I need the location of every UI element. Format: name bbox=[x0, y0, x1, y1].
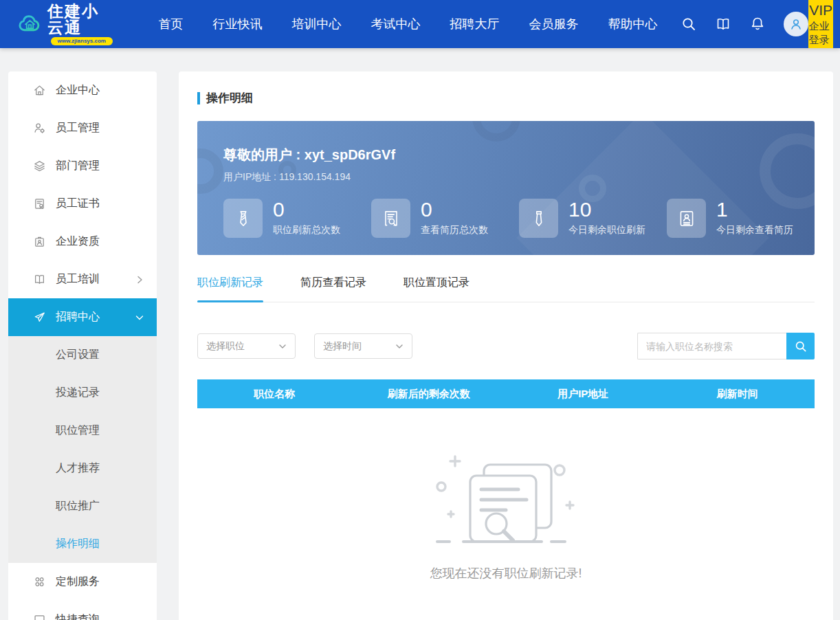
sidebar-item-label: 部门管理 bbox=[56, 159, 100, 173]
recruitment-submenu: 公司设置 投递记录 职位管理 人才推荐 职位推广 操作明细 bbox=[8, 336, 157, 563]
col-position-name: 职位名称 bbox=[197, 388, 352, 401]
stats-row: 0 职位刷新总次数 0 查看简历总次数 bbox=[223, 199, 815, 238]
filter-bar: 选择职位 选择时间 bbox=[197, 333, 815, 359]
nav-item-member-services[interactable]: 会员服务 bbox=[529, 16, 578, 32]
nav-item-training-center[interactable]: 培训中心 bbox=[291, 16, 341, 32]
tie-icon bbox=[529, 208, 549, 229]
submenu-item-operation-details[interactable]: 操作明细 bbox=[8, 525, 157, 563]
search-group bbox=[637, 333, 815, 359]
vip-enterprise-login-button[interactable]: VIP 企业登录 bbox=[808, 0, 833, 48]
nav-item-job-hall[interactable]: 招聘大厅 bbox=[450, 16, 499, 32]
time-select[interactable]: 选择时间 bbox=[314, 333, 412, 359]
submenu-item-talent-recommendation[interactable]: 人才推荐 bbox=[8, 450, 157, 487]
time-select-value: 选择时间 bbox=[323, 340, 362, 353]
page-title-text: 操作明细 bbox=[206, 90, 253, 106]
sidebar-item-employee-certificates[interactable]: 员工证书 bbox=[8, 185, 157, 223]
tab-position-refresh-records[interactable]: 职位刷新记录 bbox=[197, 276, 263, 302]
stat-label: 职位刷新总次数 bbox=[273, 224, 340, 236]
stat-label: 今日剩余查看简历 bbox=[716, 224, 793, 236]
stat-label: 查看简历总次数 bbox=[421, 224, 488, 236]
nav-item-help-center[interactable]: 帮助中心 bbox=[608, 16, 657, 32]
stat-iconbox bbox=[667, 199, 706, 238]
submenu-item-delivery-records[interactable]: 投递记录 bbox=[8, 374, 157, 412]
nav-item-exam-center[interactable]: 考试中心 bbox=[371, 16, 420, 32]
chevron-down-icon bbox=[395, 342, 404, 351]
stat-label: 今日剩余职位刷新 bbox=[568, 224, 645, 236]
sidebar: 企业中心 员工管理 部门管理 员工证书 企业资质 员工培训 bbox=[8, 71, 157, 620]
user-avatar[interactable] bbox=[784, 12, 808, 36]
stat-value: 1 bbox=[716, 199, 793, 221]
nav-item-home[interactable]: 首页 bbox=[158, 16, 183, 32]
empty-documents-illustration bbox=[430, 447, 582, 550]
sidebar-item-enterprise-center[interactable]: 企业中心 bbox=[8, 71, 157, 109]
tie-icon bbox=[233, 208, 254, 229]
stat-iconbox bbox=[223, 199, 263, 238]
navbar-icons bbox=[681, 12, 808, 36]
search-icon[interactable] bbox=[681, 16, 697, 32]
submenu-item-company-settings[interactable]: 公司设置 bbox=[8, 336, 157, 374]
send-icon bbox=[33, 311, 46, 324]
resume-search-icon bbox=[381, 208, 401, 229]
handbook-icon[interactable] bbox=[715, 16, 731, 32]
home-icon bbox=[33, 84, 46, 97]
person-icon bbox=[788, 16, 804, 32]
brand-logo[interactable]: 住建小云通 www.zjiansys.com bbox=[18, 3, 115, 45]
empty-state-text: 您现在还没有职位刷新记录! bbox=[430, 565, 582, 582]
title-accent-bar bbox=[197, 92, 200, 104]
sidebar-item-label: 招聘中心 bbox=[56, 310, 100, 324]
sidebar-item-label: 企业中心 bbox=[56, 83, 100, 98]
sidebar-item-label: 定制服务 bbox=[56, 575, 100, 589]
sidebar-item-employee-training[interactable]: 员工培训 bbox=[8, 261, 157, 298]
nav-item-industry-news[interactable]: 行业快讯 bbox=[212, 16, 262, 32]
submenu-item-label: 职位推广 bbox=[56, 499, 100, 513]
sidebar-item-custom-services[interactable]: 定制服务 bbox=[8, 563, 157, 601]
record-tabs: 职位刷新记录 简历查看记录 职位置顶记录 bbox=[197, 276, 815, 302]
bell-icon[interactable] bbox=[749, 16, 766, 32]
position-search-input[interactable] bbox=[637, 333, 786, 359]
submenu-item-label: 操作明细 bbox=[56, 537, 100, 551]
decorative-ring bbox=[472, 121, 520, 142]
tab-position-top-records[interactable]: 职位置顶记录 bbox=[404, 276, 469, 302]
book-icon bbox=[33, 273, 46, 286]
col-user-ip: 用户IP地址 bbox=[506, 388, 661, 401]
position-select-value: 选择职位 bbox=[206, 340, 245, 353]
sidebar-item-quick-query[interactable]: 快捷查询 bbox=[8, 601, 157, 620]
sidebar-item-employee-management[interactable]: 员工管理 bbox=[8, 109, 157, 147]
stat-value: 10 bbox=[568, 199, 645, 221]
layers-icon bbox=[33, 159, 46, 173]
search-icon bbox=[794, 340, 808, 353]
top-navbar: 住建小云通 www.zjiansys.com 首页 行业快讯 培训中心 考试中心… bbox=[0, 0, 840, 48]
stat-iconbox bbox=[371, 199, 410, 238]
col-refresh-time: 刷新时间 bbox=[661, 388, 815, 401]
main-nav: 首页 行业快讯 培训中心 考试中心 招聘大厅 会员服务 帮助中心 bbox=[158, 16, 657, 32]
cloud-house-logo-icon bbox=[18, 10, 42, 38]
stat-total-resume-views: 0 查看简历总次数 bbox=[371, 199, 519, 238]
submenu-item-label: 人才推荐 bbox=[56, 461, 100, 476]
chevron-down-icon bbox=[135, 313, 144, 322]
badge-icon bbox=[33, 235, 46, 248]
empty-state: 您现在还没有职位刷新记录! bbox=[197, 447, 815, 582]
tab-resume-view-records[interactable]: 简历查看记录 bbox=[300, 276, 366, 302]
submenu-item-label: 投递记录 bbox=[56, 386, 100, 400]
monitor-icon bbox=[33, 613, 46, 620]
sidebar-item-label: 员工管理 bbox=[56, 121, 100, 135]
sidebar-item-department-management[interactable]: 部门管理 bbox=[8, 147, 157, 185]
submenu-item-label: 公司设置 bbox=[56, 348, 100, 362]
sidebar-item-label: 企业资质 bbox=[56, 234, 100, 249]
user-greeting: 尊敬的用户 : xyt_spD6rGVf bbox=[223, 146, 815, 164]
sidebar-item-recruitment-center[interactable]: 招聘中心 bbox=[8, 298, 157, 336]
stat-remaining-resume-views: 1 今日剩余查看简历 bbox=[667, 199, 793, 238]
enterprise-login-label: 企业登录 bbox=[808, 19, 833, 47]
submenu-item-position-promotion[interactable]: 职位推广 bbox=[8, 487, 157, 525]
position-select[interactable]: 选择职位 bbox=[197, 333, 296, 359]
submenu-item-position-management[interactable]: 职位管理 bbox=[8, 412, 157, 450]
chevron-down-icon bbox=[278, 342, 287, 351]
sidebar-item-label: 员工证书 bbox=[56, 197, 100, 211]
sidebar-item-enterprise-qualifications[interactable]: 企业资质 bbox=[8, 223, 157, 261]
stat-value: 0 bbox=[273, 199, 340, 221]
vip-label: VIP bbox=[809, 1, 832, 19]
col-remaining-after-refresh: 刷新后的剩余次数 bbox=[352, 388, 507, 401]
id-card-icon bbox=[676, 208, 697, 229]
search-button[interactable] bbox=[786, 333, 815, 359]
stat-remaining-position-refreshes: 10 今日剩余职位刷新 bbox=[519, 199, 667, 238]
